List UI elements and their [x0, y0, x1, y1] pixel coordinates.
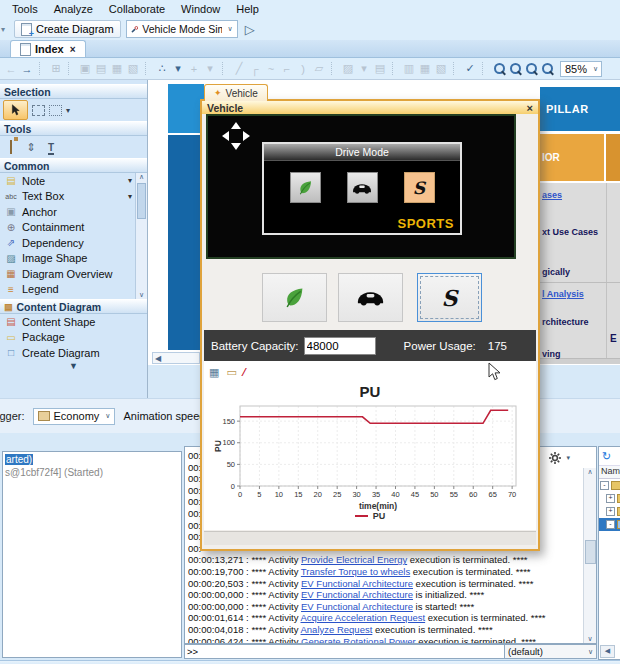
pillar-header-cell[interactable]: PILLAR: [540, 87, 620, 131]
multi-select-tool[interactable]: [49, 105, 62, 116]
pillar-cell-label[interactable]: l Analysis: [542, 289, 584, 299]
eco-mode-indicator[interactable]: [290, 172, 321, 203]
diagram-blue-cell[interactable]: [168, 135, 204, 350]
scroll-left-icon[interactable]: ◀: [600, 645, 615, 658]
create-diagram-button[interactable]: Create Diagram: [14, 20, 121, 38]
run-simulation-button[interactable]: ▷: [243, 22, 257, 37]
sessions-panel[interactable]: arted)s@1cbf72f4] (Started): [2, 451, 182, 658]
forward-icon[interactable]: →: [20, 63, 34, 75]
tree-name-column-header[interactable]: Nam: [599, 466, 620, 479]
palette-item-dependency[interactable]: ⇗Dependency: [0, 235, 135, 251]
activity-link[interactable]: EV Functional Architecture: [301, 601, 413, 612]
palette-item-legend[interactable]: ≡Legend: [0, 282, 135, 298]
activity-link[interactable]: Transfer Torque to wheels: [301, 566, 410, 577]
scroll-left-icon[interactable]: ◀: [155, 354, 161, 363]
palette-expander-icon[interactable]: ▼: [0, 361, 147, 373]
menu-item-window[interactable]: Window: [173, 2, 228, 16]
expand-icon[interactable]: +: [606, 507, 615, 516]
palette-item-package[interactable]: ▭Package: [0, 330, 147, 346]
collapse-icon[interactable]: -: [600, 481, 609, 490]
normal-mode-button[interactable]: [338, 273, 403, 322]
export-csv-icon[interactable]: ▦: [209, 366, 219, 379]
eco-mode-button[interactable]: [262, 273, 327, 322]
tab-index[interactable]: Index ×: [10, 40, 86, 57]
selection-dropdown-icon[interactable]: ▾: [66, 106, 70, 115]
scroll-down-icon[interactable]: ∨: [587, 635, 592, 643]
pillar-table[interactable]: PILLAR IOR E asesxt Use Casesgicallyl An…: [540, 87, 620, 364]
palette-item-constraint[interactable]: □Constraint: [0, 297, 135, 299]
menu-item-collaborate[interactable]: Collaborate: [101, 2, 173, 16]
tree-row[interactable]: -: [599, 479, 620, 492]
simulation-config-select[interactable]: Vehicle Mode Simulation ∨: [126, 20, 238, 38]
battery-capacity-input[interactable]: [304, 337, 376, 355]
tree-row[interactable]: +: [599, 505, 620, 518]
menu-item-analyze[interactable]: Analyze: [46, 2, 101, 16]
select-tool-button[interactable]: [3, 100, 28, 120]
menu-item-tools[interactable]: Tools: [4, 2, 46, 16]
tab-vehicle[interactable]: ✦ Vehicle: [204, 84, 268, 101]
activity-link[interactable]: EV Functional Architecture: [301, 589, 413, 600]
zoom-in-icon[interactable]: [524, 62, 538, 76]
tree-row[interactable]: -: [599, 518, 620, 531]
collapse-icon[interactable]: -: [606, 520, 615, 529]
console-scope-select[interactable]: (default) ∨: [505, 644, 597, 659]
expand-icon[interactable]: +: [606, 494, 615, 503]
trigger-select[interactable]: Economy ∨: [33, 408, 116, 425]
menu-item-help[interactable]: Help: [228, 2, 267, 16]
chevron-down-icon[interactable]: ▾: [128, 192, 132, 201]
layout-dropdown-icon[interactable]: ▾: [171, 62, 185, 75]
sports-mode-indicator[interactable]: S: [404, 172, 435, 203]
validation-icon[interactable]: ✓: [463, 62, 477, 75]
close-tab-icon[interactable]: ×: [70, 44, 76, 55]
stamp-tool[interactable]: [3, 141, 19, 153]
log-scrollbar[interactable]: ∧ ∨: [583, 468, 596, 643]
palette-item-text-box[interactable]: abcText Box▾: [0, 189, 135, 205]
session-list-item[interactable]: arted): [3, 453, 181, 466]
behavior-header-cell[interactable]: IOR: [540, 134, 604, 181]
refresh-icon[interactable]: ↻: [602, 450, 611, 463]
open-export-icon[interactable]: ▭: [226, 366, 236, 379]
console-settings-button[interactable]: ▾: [547, 452, 572, 464]
activity-link[interactable]: Analyze Request: [301, 624, 373, 635]
split-tool[interactable]: ⇕: [23, 141, 39, 154]
activity-link[interactable]: EV Functional Architecture: [301, 578, 413, 589]
palette-item-containment[interactable]: ⊕Containment: [0, 220, 135, 236]
session-list-item[interactable]: s@1cbf72f4] (Started): [3, 466, 181, 479]
palette-item-content-shape[interactable]: ▤Content Shape: [0, 314, 147, 330]
scroll-down-icon[interactable]: ∨: [139, 291, 144, 299]
canvas-horizontal-scrollbar[interactable]: ◀: [152, 352, 200, 364]
palette-section-common[interactable]: Common: [0, 158, 147, 173]
activity-link[interactable]: Generate Rotational Power: [301, 636, 416, 645]
scroll-up-icon[interactable]: ∧: [587, 468, 592, 476]
palette-item-anchor[interactable]: ▣Anchor: [0, 204, 135, 220]
pillar-cell-label[interactable]: ases: [542, 190, 562, 200]
zoom-region-icon[interactable]: [508, 62, 522, 76]
pan-arrows-icon[interactable]: [220, 120, 252, 152]
vehicle-dialog[interactable]: Vehicle × Drive Mode: [200, 99, 540, 551]
activity-link[interactable]: Acquire Acceleration Request: [301, 612, 426, 623]
scrollbar-thumb[interactable]: [137, 183, 146, 219]
swimlane-tool[interactable]: T: [43, 141, 59, 153]
sports-mode-button[interactable]: S: [417, 273, 482, 322]
palette-scrollbar[interactable]: ∧ ∨: [135, 173, 147, 299]
chevron-down-icon[interactable]: ▾: [128, 176, 132, 185]
palette-item-image-shape[interactable]: ▨Image Shape: [0, 251, 135, 267]
palette-item-diagram-overview[interactable]: ▦Diagram Overview: [0, 266, 135, 282]
scroll-up-icon[interactable]: ∧: [139, 173, 144, 181]
variables-tree-panel[interactable]: ↻ Nam -++- ◀: [598, 446, 620, 660]
palette-section-selection[interactable]: Selection: [0, 84, 147, 99]
palette-item-note[interactable]: ▤Note▾: [0, 173, 135, 189]
vehicle-dialog-titlebar[interactable]: Vehicle ×: [202, 101, 538, 114]
zoom-fit-icon[interactable]: [492, 62, 506, 76]
normal-mode-indicator[interactable]: [347, 172, 378, 203]
pillar-orange-side-cell[interactable]: [604, 134, 620, 181]
layout-hierarchy-icon[interactable]: ∴: [155, 62, 169, 75]
marquee-select-tool[interactable]: [32, 105, 45, 116]
tree-row[interactable]: +: [599, 492, 620, 505]
scrollbar-thumb[interactable]: [585, 540, 596, 564]
activity-link[interactable]: Provide Electrical Energy: [301, 554, 407, 565]
zoom-level-select[interactable]: 85% ∨: [560, 61, 602, 77]
zoom-out-icon[interactable]: [540, 62, 554, 76]
diagram-blue-cell-top[interactable]: [168, 84, 204, 133]
console-command-input[interactable]: [184, 644, 505, 659]
